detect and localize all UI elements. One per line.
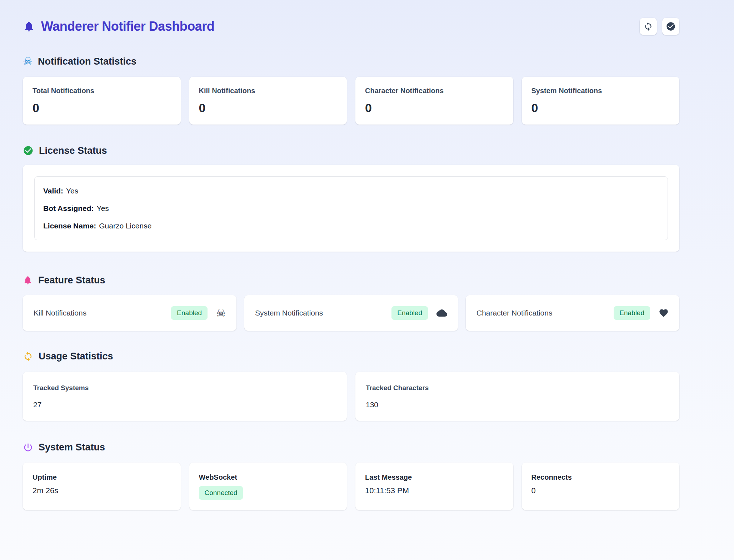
system-card-uptime: Uptime 2m 26s bbox=[23, 463, 181, 510]
usage-card-tracked-systems: Tracked Systems 27 bbox=[23, 372, 347, 421]
usage-label: Tracked Characters bbox=[366, 384, 669, 392]
confirm-button[interactable] bbox=[662, 18, 679, 35]
header-actions bbox=[640, 18, 679, 35]
system-value: 10:11:53 PM bbox=[365, 486, 504, 495]
field-value: Yes bbox=[97, 204, 109, 212]
refresh-button[interactable] bbox=[640, 18, 657, 35]
stat-value: 0 bbox=[365, 101, 504, 115]
stat-value: 0 bbox=[199, 101, 338, 115]
feature-label: System Notifications bbox=[255, 309, 323, 317]
feature-card-character-notifications: Character Notifications Enabled bbox=[466, 295, 679, 331]
sync-icon bbox=[644, 22, 653, 31]
license-status-header: License Status bbox=[23, 145, 679, 156]
stat-label: Kill Notifications bbox=[199, 86, 338, 95]
section-title: Feature Status bbox=[38, 274, 105, 286]
usage-label: Tracked Systems bbox=[33, 384, 336, 392]
system-value: 0 bbox=[531, 486, 670, 495]
feature-card-system-notifications: System Notifications Enabled bbox=[244, 295, 458, 331]
stat-card-kill-notifications: Kill Notifications 0 bbox=[189, 77, 347, 125]
section-title: License Status bbox=[39, 145, 107, 156]
stat-label: System Notifications bbox=[531, 86, 670, 95]
bell-icon bbox=[23, 20, 35, 33]
power-icon bbox=[23, 442, 33, 453]
system-status-header: System Status bbox=[23, 442, 679, 453]
system-card-reconnects: Reconnects 0 bbox=[522, 463, 680, 510]
usage-value: 130 bbox=[366, 400, 669, 409]
system-card-last-message: Last Message 10:11:53 PM bbox=[355, 463, 513, 510]
field-value: Guarzo License bbox=[99, 222, 151, 230]
usage-statistics-header: Usage Statistics bbox=[23, 350, 679, 362]
status-badge: Enabled bbox=[391, 306, 428, 320]
stat-label: Character Notifications bbox=[365, 86, 504, 95]
connection-status-badge: Connected bbox=[199, 486, 243, 500]
bell-icon bbox=[23, 275, 33, 286]
feature-status-header: Feature Status bbox=[23, 274, 679, 286]
stat-label: Total Notifications bbox=[33, 86, 171, 95]
skull-crossbones-icon: ☠ bbox=[23, 56, 33, 67]
system-label: Reconnects bbox=[531, 473, 670, 481]
license-field-license-name: License Name:Guarzo License bbox=[43, 221, 659, 230]
check-circle-icon bbox=[666, 21, 676, 31]
feature-card-kill-notifications: Kill Notifications Enabled ☠ bbox=[23, 295, 236, 331]
skull-crossbones-icon: ☠ bbox=[216, 308, 226, 318]
status-badge: Enabled bbox=[171, 306, 208, 320]
field-label: Bot Assigned: bbox=[43, 204, 94, 212]
feature-label: Character Notifications bbox=[476, 309, 552, 317]
field-label: Valid: bbox=[43, 187, 63, 195]
stat-card-system-notifications: System Notifications 0 bbox=[522, 77, 680, 125]
section-title: Notification Statistics bbox=[38, 56, 136, 67]
usage-card-tracked-characters: Tracked Characters 130 bbox=[355, 372, 679, 421]
system-value: 2m 26s bbox=[33, 486, 171, 495]
license-card: Valid:Yes Bot Assigned:Yes License Name:… bbox=[23, 165, 679, 252]
system-label: Last Message bbox=[365, 473, 504, 481]
sync-icon bbox=[23, 351, 33, 362]
notification-statistics-header: ☠ Notification Statistics bbox=[23, 56, 679, 67]
heart-icon bbox=[659, 308, 669, 318]
usage-value: 27 bbox=[33, 400, 336, 409]
feature-label: Kill Notifications bbox=[34, 309, 86, 317]
dashboard-page: Wanderer Notifier Dashboard ☠ Notificati… bbox=[23, 0, 679, 510]
field-label: License Name: bbox=[43, 222, 96, 230]
page-title: Wanderer Notifier Dashboard bbox=[41, 19, 214, 34]
section-title: System Status bbox=[39, 442, 105, 453]
system-grid: Uptime 2m 26s WebSocket Connected Last M… bbox=[23, 463, 679, 510]
system-label: Uptime bbox=[33, 473, 171, 481]
field-value: Yes bbox=[66, 187, 78, 195]
usage-grid: Tracked Systems 27 Tracked Characters 13… bbox=[23, 372, 679, 421]
system-label: WebSocket bbox=[199, 473, 338, 481]
stat-value: 0 bbox=[531, 101, 670, 115]
status-badge: Enabled bbox=[614, 306, 650, 320]
page-header: Wanderer Notifier Dashboard bbox=[23, 17, 679, 35]
license-field-bot-assigned: Bot Assigned:Yes bbox=[43, 204, 659, 213]
stat-value: 0 bbox=[33, 101, 171, 115]
license-field-valid: Valid:Yes bbox=[43, 186, 659, 195]
stat-card-character-notifications: Character Notifications 0 bbox=[355, 77, 513, 125]
license-details: Valid:Yes Bot Assigned:Yes License Name:… bbox=[34, 176, 668, 240]
feature-grid: Kill Notifications Enabled ☠ System Noti… bbox=[23, 295, 679, 331]
system-card-websocket: WebSocket Connected bbox=[189, 463, 347, 510]
notification-stats-grid: Total Notifications 0 Kill Notifications… bbox=[23, 77, 679, 125]
section-title: Usage Statistics bbox=[39, 350, 113, 362]
cloud-icon bbox=[436, 308, 447, 318]
check-circle-icon bbox=[23, 145, 34, 156]
stat-card-total-notifications: Total Notifications 0 bbox=[23, 77, 181, 125]
